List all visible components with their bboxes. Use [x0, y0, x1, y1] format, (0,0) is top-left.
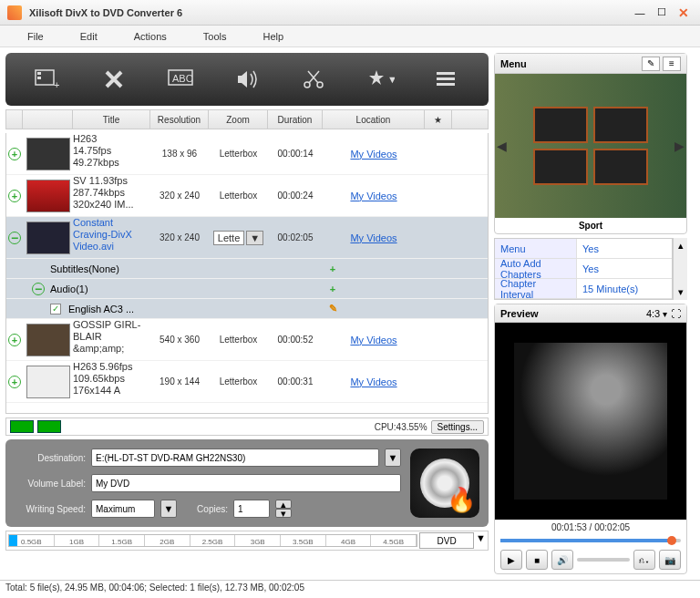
- burn-button[interactable]: 🔥: [410, 448, 479, 518]
- menu-file[interactable]: File: [9, 31, 62, 42]
- file-list[interactable]: + H26314.75fps49.27kbps 138 x 96 Letterb…: [5, 133, 489, 414]
- effects-button[interactable]: ▼: [362, 61, 398, 98]
- col-location[interactable]: Location: [323, 110, 425, 129]
- location-link[interactable]: My Videos: [350, 191, 396, 201]
- scroll-up-icon[interactable]: ▴: [678, 240, 684, 252]
- properties-panel: MenuYes Auto Add ChaptersYes Chapter Int…: [494, 238, 673, 300]
- col-resolution[interactable]: Resolution: [150, 110, 209, 129]
- maximize-button[interactable]: ☐: [653, 5, 671, 20]
- table-row[interactable]: − ConstantCraving-DivXVideo.avi 320 x 24…: [6, 217, 488, 259]
- menu-template-panel: Menu ✎ ≡ ◀ ▶ Sport: [494, 53, 687, 234]
- disc-type-dropdown-button[interactable]: ▼: [476, 532, 486, 549]
- delete-button[interactable]: [96, 61, 132, 98]
- properties-scrollbar[interactable]: ▴▾: [673, 238, 687, 300]
- edit-menu-button[interactable]: ✎: [642, 57, 660, 71]
- toolbar: + ABC ▼: [5, 53, 489, 106]
- scroll-down-icon[interactable]: ▾: [678, 286, 684, 298]
- menu-thumb: [533, 149, 588, 185]
- property-row[interactable]: Auto Add ChaptersYes: [495, 259, 672, 279]
- add-icon[interactable]: +: [8, 376, 21, 388]
- next-template-button[interactable]: ▶: [674, 139, 685, 153]
- volume-label-input[interactable]: My DVD: [91, 474, 401, 492]
- preview-seek-slider[interactable]: [495, 535, 686, 546]
- location-link[interactable]: My Videos: [350, 335, 396, 345]
- copies-label: Copies:: [182, 504, 228, 514]
- preview-panel: Preview 4:3 ▾ ⛶ 00:01:53 / 00:02:05 ▶ ■ …: [494, 304, 687, 574]
- prev-template-button[interactable]: ◀: [497, 139, 507, 153]
- edit-audio-icon[interactable]: ✎: [305, 303, 360, 314]
- subtitle-button[interactable]: ABC: [162, 61, 199, 98]
- destination-label: Destination:: [15, 453, 86, 463]
- settings-button[interactable]: Settings...: [431, 420, 484, 434]
- add-files-button[interactable]: +: [29, 61, 66, 98]
- play-button[interactable]: ▶: [500, 550, 522, 570]
- add-icon[interactable]: +: [8, 334, 21, 346]
- location-link[interactable]: My Videos: [350, 376, 396, 387]
- writing-speed-select[interactable]: Maximum: [91, 500, 155, 518]
- add-subtitle-icon[interactable]: +: [305, 263, 360, 274]
- cpu-meter-icon: [10, 420, 34, 433]
- audio-row[interactable]: −Audio(1)+: [6, 279, 488, 299]
- thumbnail: [26, 324, 70, 356]
- disc-type-select[interactable]: DVD: [419, 532, 474, 549]
- clip-button[interactable]: [295, 61, 332, 98]
- col-favorite[interactable]: ★: [425, 110, 452, 129]
- subtitle-row[interactable]: Subtitles(None)+: [6, 259, 488, 279]
- svg-rect-10: [437, 77, 455, 80]
- destination-dropdown-button[interactable]: ▼: [385, 448, 401, 467]
- svg-text:ABC: ABC: [172, 73, 193, 84]
- copies-down-button[interactable]: ▾: [275, 509, 292, 518]
- window-title: Xilisoft DivX to DVD Converter 6: [29, 7, 627, 18]
- stop-button[interactable]: ■: [526, 550, 548, 570]
- menu-tools[interactable]: Tools: [185, 31, 245, 42]
- add-icon[interactable]: +: [8, 148, 21, 160]
- svg-rect-1: [37, 72, 41, 75]
- audio-track-row[interactable]: ✓English AC3 ...✎: [6, 299, 488, 319]
- add-icon[interactable]: +: [8, 190, 21, 202]
- table-row[interactable]: + H263 5.96fps109.65kbps176x144 A 190 x …: [6, 361, 488, 403]
- menu-template-preview[interactable]: ◀ ▶: [495, 74, 686, 218]
- fullscreen-button[interactable]: ⛶: [671, 308, 681, 319]
- svg-text:+: +: [54, 79, 59, 90]
- table-row[interactable]: + H26314.75fps49.27kbps 138 x 96 Letterb…: [6, 133, 488, 175]
- thumbnail: [26, 222, 70, 254]
- col-zoom[interactable]: Zoom: [209, 110, 268, 129]
- flame-icon: 🔥: [447, 486, 476, 514]
- col-title[interactable]: Title: [73, 110, 150, 129]
- menu-help[interactable]: Help: [244, 31, 302, 42]
- destination-select[interactable]: E:(HL-DT-ST DVD-RAM GH22NS30): [91, 448, 379, 467]
- remove-icon[interactable]: −: [8, 232, 21, 244]
- audio-button[interactable]: [229, 61, 265, 98]
- snapshot-button[interactable]: 📷: [659, 550, 681, 570]
- size-bar: 0.5GB 1GB 1.5GB 2GB 2.5GB 3GB 3.5GB 4GB …: [5, 531, 489, 551]
- list-view-button[interactable]: [427, 61, 464, 98]
- menu-actions[interactable]: Actions: [116, 31, 185, 42]
- preview-video[interactable]: [495, 323, 686, 520]
- property-row[interactable]: Chapter Interval15 Minute(s): [495, 279, 672, 299]
- seek-knob[interactable]: [667, 536, 676, 545]
- add-audio-icon[interactable]: +: [305, 284, 360, 294]
- minimize-button[interactable]: —: [631, 5, 649, 20]
- location-link[interactable]: My Videos: [350, 232, 396, 243]
- property-row[interactable]: MenuYes: [495, 239, 672, 259]
- prev-frame-button[interactable]: ⎌▾: [633, 550, 655, 570]
- audio-track-checkbox[interactable]: ✓: [50, 304, 61, 314]
- table-row[interactable]: + GOSSIP GIRL-BLAIR&amp;amp; 540 x 360 L…: [6, 319, 488, 361]
- location-link[interactable]: My Videos: [350, 149, 396, 160]
- no-menu-button[interactable]: ≡: [663, 57, 681, 71]
- app-logo-icon: [7, 5, 22, 20]
- zoom-dropdown-button[interactable]: ▼: [246, 231, 263, 245]
- volume-slider[interactable]: [577, 558, 630, 562]
- table-row[interactable]: + SV 11.93fps287.74kbps320x240 IM... 320…: [6, 175, 488, 217]
- col-duration[interactable]: Duration: [268, 110, 323, 129]
- mute-button[interactable]: 🔊: [551, 550, 573, 570]
- menu-edit[interactable]: Edit: [62, 31, 116, 42]
- svg-rect-11: [437, 83, 455, 86]
- cpu-label: CPU:43.55%: [375, 422, 427, 432]
- svg-text:▼: ▼: [387, 74, 395, 85]
- writing-speed-dropdown-button[interactable]: ▼: [160, 500, 177, 518]
- aspect-ratio-select[interactable]: 4:3 ▾: [646, 308, 667, 319]
- collapse-icon[interactable]: −: [32, 283, 45, 295]
- copies-input[interactable]: 1: [233, 500, 270, 518]
- close-button[interactable]: ✕: [674, 5, 693, 20]
